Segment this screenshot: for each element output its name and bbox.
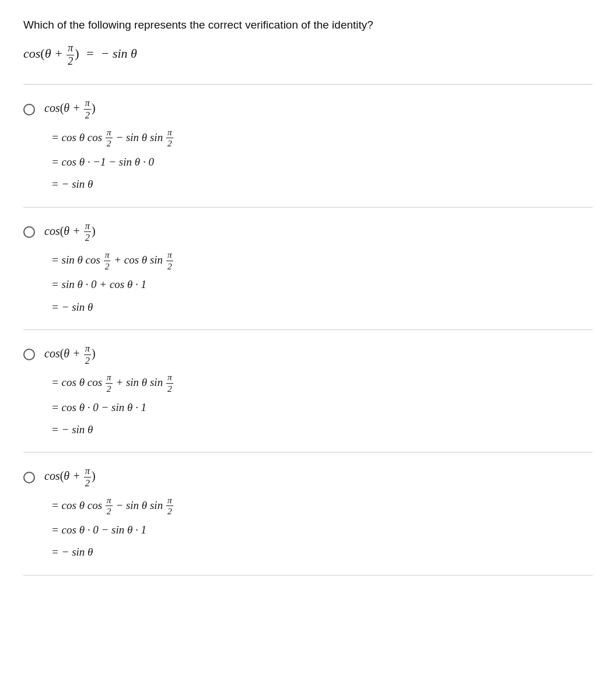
option-b-line2: = sin θ · 0 + cos θ · 1 (51, 275, 593, 294)
option-d: cos(θ + π2) = cos θ cos π2 − sin θ sin π… (23, 452, 593, 575)
radio-d[interactable] (23, 472, 35, 483)
option-a-line1: = cos θ cos π2 − sin θ sin π2 (51, 127, 593, 149)
option-a-header: cos(θ + π2) (44, 97, 96, 121)
radio-c[interactable] (23, 349, 35, 360)
option-d-line1: = cos θ cos π2 − sin θ sin π2 (51, 495, 593, 517)
option-d-header: cos(θ + π2) (44, 465, 96, 489)
radio-a[interactable] (23, 104, 35, 115)
question-text: Which of the following represents the co… (23, 19, 593, 31)
option-b: cos(θ + π2) = sin θ cos π2 + cos θ sin π… (23, 208, 593, 330)
option-c-line1: = cos θ cos π2 + sin θ sin π2 (51, 372, 593, 394)
option-b-line1: = sin θ cos π2 + cos θ sin π2 (51, 250, 593, 272)
option-c-header: cos(θ + π2) (44, 343, 96, 366)
option-b-header: cos(θ + π2) (44, 220, 96, 244)
option-d-line2: = cos θ · 0 − sin θ · 1 (51, 521, 593, 539)
option-a: cos(θ + π2) = cos θ cos π2 − sin θ sin π… (23, 85, 593, 207)
option-a-line2: = cos θ · −1 − sin θ · 0 (51, 153, 593, 171)
option-c: cos(θ + π2) = cos θ cos π2 + sin θ sin π… (23, 330, 593, 452)
identity-formula: cos(θ + π2) = − sin θ (23, 42, 593, 68)
option-b-line3: = − sin θ (51, 298, 593, 317)
radio-b[interactable] (23, 226, 35, 238)
option-c-line3: = − sin θ (51, 420, 593, 439)
option-d-line3: = − sin θ (51, 543, 593, 561)
option-a-line3: = − sin θ (51, 175, 593, 194)
option-c-line2: = cos θ · 0 − sin θ · 1 (51, 398, 593, 417)
